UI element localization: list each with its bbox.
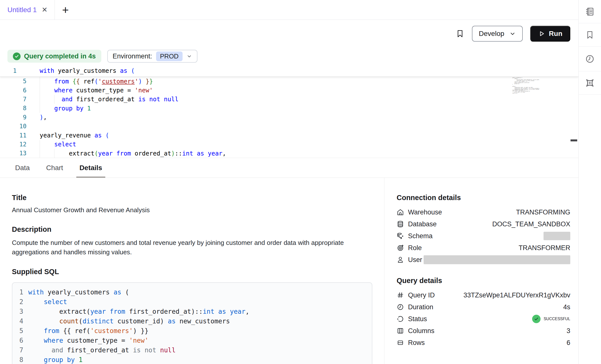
develop-dropdown[interactable]: Develop: [472, 26, 523, 42]
tab-chart[interactable]: Chart: [43, 158, 66, 178]
row-label: Rows: [408, 339, 425, 347]
line-number: 7: [12, 346, 23, 354]
query-details-heading: Query details: [397, 277, 570, 285]
columns-icon: [397, 327, 404, 335]
plus-icon: +: [62, 4, 69, 16]
connection-row-database: DatabaseDOCS_TEAM_SANDBOX: [397, 218, 570, 230]
tab-untitled-1[interactable]: Untitled 1 ✕: [0, 0, 55, 20]
environment-value-pill: PROD: [156, 52, 183, 61]
code-text: with yearly_customers as (: [40, 67, 135, 74]
result-tabs: DataChartDetails: [0, 158, 578, 178]
connection-row-user: User: [397, 254, 570, 266]
chevron-down-icon: [509, 30, 516, 37]
chevron-down-icon: [187, 53, 192, 59]
success-check-icon: [532, 315, 541, 323]
line-number: 12: [0, 141, 27, 148]
query-status-text: Query completed in 4s: [24, 52, 96, 60]
run-button[interactable]: Run: [530, 26, 570, 42]
status-row: Query completed in 4s Environment: PROD: [0, 48, 578, 65]
tab-data[interactable]: Data: [12, 158, 33, 178]
details-left-column: Title Annual Customer Growth and Revenue…: [0, 178, 384, 364]
duration-icon: [397, 303, 404, 311]
editor-line: 7 and first_ordered_at is not null: [0, 95, 578, 104]
connection-row-warehouse: WarehouseTRANSFORMING: [397, 206, 570, 218]
connection-details-heading: Connection details: [397, 194, 570, 202]
sql-line: 7 and first_ordered_at is not null: [12, 345, 372, 355]
check-circle-icon: [13, 52, 21, 60]
code-text: ),: [40, 114, 47, 121]
sql-line: 2 select: [12, 297, 372, 307]
title-heading: Title: [12, 194, 372, 202]
editor-line: 11yearly_revenue as (: [0, 131, 578, 140]
row-label: Duration: [408, 303, 433, 311]
hash-icon: [397, 291, 404, 299]
code-text: select: [28, 298, 67, 306]
title-value: Annual Customer Growth and Revenue Analy…: [12, 206, 372, 214]
editor-line: 13 extract(year from ordered_at)::int as…: [0, 149, 578, 158]
line-number: 13: [0, 150, 27, 157]
row-value: 3: [567, 327, 570, 335]
user-icon: [397, 256, 404, 263]
editor-line: 10: [0, 122, 578, 131]
bookmark-icon[interactable]: [456, 28, 464, 39]
code-text: extract(year from ordered_at)::int as ye…: [40, 150, 226, 157]
app-window: Untitled 1 ✕ + Develop Run: [0, 0, 601, 364]
run-label: Run: [549, 30, 562, 38]
sidebar-button-lineage[interactable]: [579, 71, 601, 95]
sql-line: 6 where customer_type = 'new': [12, 336, 372, 345]
role-icon: [397, 244, 404, 252]
code-text: with yearly_customers as (: [28, 288, 129, 296]
row-value: SUCCESSFUL: [544, 317, 570, 321]
line-number: 11: [0, 132, 27, 139]
line-number: 4: [12, 317, 23, 325]
redacted-value: [544, 232, 570, 240]
query-row-duration: Duration4s: [397, 301, 570, 313]
indent-guide: [54, 95, 55, 104]
description-heading: Description: [12, 225, 372, 234]
bookmark-icon: [585, 30, 595, 40]
new-tab-button[interactable]: +: [60, 0, 71, 20]
editor-scrollbar-thumb[interactable]: [571, 139, 577, 141]
close-icon[interactable]: ✕: [42, 6, 47, 13]
code-text: and first_ordered_at is not null: [40, 96, 179, 103]
tab-details[interactable]: Details: [76, 158, 106, 178]
schema-icon: [397, 232, 404, 240]
sidebar-button-history[interactable]: [579, 47, 601, 71]
code-text: where customer_type = 'new': [28, 337, 148, 344]
sql-editor[interactable]: 1with yearly_customers as (5 from {{ ref…: [0, 65, 578, 158]
query-row-status: StatusSUCCESSFUL: [397, 313, 570, 325]
warehouse-icon: [397, 208, 404, 216]
code-text: group by 1: [40, 105, 91, 112]
indent-guide: [40, 86, 40, 95]
indent-guide: [40, 104, 40, 113]
lineage-icon: [585, 78, 595, 88]
code-text: yearly_revenue as (: [40, 132, 109, 139]
play-icon: [538, 30, 545, 37]
code-text: select: [40, 141, 76, 148]
sidebar-button-query-list[interactable]: [579, 0, 601, 23]
row-value: TRANSFORMER: [519, 244, 571, 252]
query-row-columns: Columns3: [397, 325, 570, 337]
right-icon-sidebar: [578, 0, 601, 364]
line-number: 10: [0, 123, 27, 130]
supplied-sql-heading: Supplied SQL: [12, 268, 372, 276]
row-value: TRANSFORMING: [516, 208, 570, 216]
row-label: Schema: [408, 232, 433, 240]
line-number: 6: [0, 87, 27, 94]
editor-tabbar: Untitled 1 ✕ +: [0, 0, 578, 20]
connection-row-schema: Schema: [397, 230, 570, 242]
row-label: Warehouse: [408, 208, 442, 216]
environment-selector[interactable]: Environment: PROD: [107, 50, 197, 63]
row-label: Query ID: [408, 291, 435, 299]
model-ref-link[interactable]: customers: [102, 78, 135, 85]
sidebar-button-bookmark[interactable]: [579, 23, 601, 47]
row-value: 6: [567, 339, 570, 347]
history-icon: [585, 54, 595, 64]
line-number: 8: [0, 105, 27, 112]
description-value: Compute the number of new customers and …: [12, 238, 359, 257]
code-text: from {{ ref('customers') }}: [40, 78, 153, 85]
editor-line: 9),: [0, 113, 578, 122]
code-text: where customer_type = 'new': [40, 87, 153, 94]
query-status-badge: Query completed in 4s: [7, 50, 101, 63]
status-icon: [397, 315, 404, 323]
